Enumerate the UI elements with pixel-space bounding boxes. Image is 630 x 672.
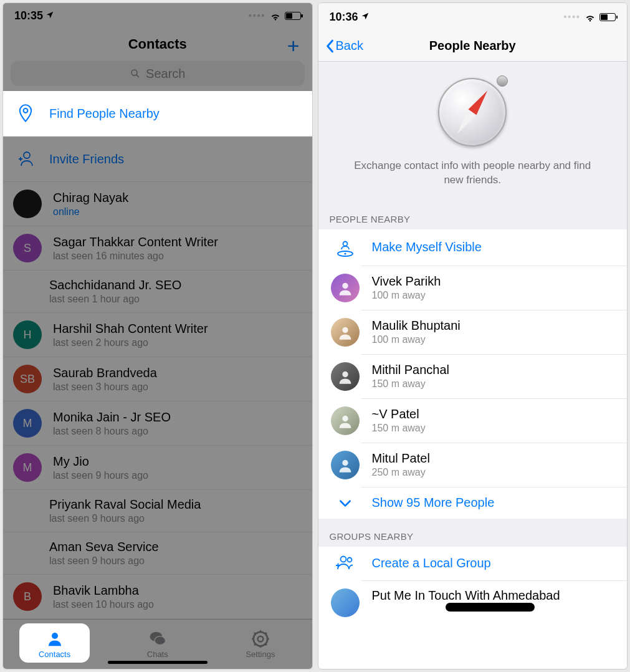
page-title: People Nearby (429, 39, 516, 53)
svg-line-13 (265, 644, 267, 646)
avatar-placeholder (13, 541, 38, 566)
person-name: Maulik Bhuptani (372, 319, 616, 333)
contact-row[interactable]: Chirag Nayak online (3, 182, 312, 226)
contact-row[interactable]: SB Saurab Brandveda last seen 3 hours ag… (3, 357, 312, 401)
contact-name: Bhavik Lambha (53, 583, 302, 598)
person-nearby-row[interactable]: Mitul Patel 250 m away (318, 443, 628, 487)
contact-name: Aman Seva Service (49, 540, 302, 554)
person-nearby-row[interactable]: ~V Patel 150 m away (318, 399, 628, 443)
invite-friends-row[interactable]: Invite Friends (3, 137, 312, 182)
visibility-icon (330, 237, 361, 258)
group-row-partial[interactable]: Put Me In Touch With Ahmedabad (318, 581, 628, 617)
avatar-placeholder (13, 279, 38, 304)
avatar: B (13, 582, 42, 611)
contact-status: last seen 9 hours ago (49, 513, 302, 524)
invite-friends-icon (13, 146, 38, 171)
contact-status: last seen 3 hours ago (53, 382, 302, 393)
contact-name: Priyank Raval Social Media (49, 497, 302, 512)
person-nearby-row[interactable]: Vivek Parikh 100 m away (318, 266, 628, 310)
person-name: Vivek Parikh (372, 274, 616, 289)
search-input[interactable]: Search (11, 61, 305, 87)
svg-point-16 (343, 241, 347, 246)
contact-name: My Jio (53, 454, 302, 469)
battery-icon (285, 12, 301, 20)
person-distance: 100 m away (372, 290, 616, 301)
svg-point-18 (344, 252, 346, 254)
avatar: SB (13, 365, 42, 393)
status-time: 10:36 (330, 11, 358, 24)
settings-icon (251, 630, 270, 648)
contact-status: last seen 10 hours ago (53, 599, 302, 610)
person-name: Mitul Patel (372, 451, 616, 466)
find-people-nearby-row[interactable]: Find People Nearby (3, 91, 312, 137)
search-icon (130, 68, 141, 79)
svg-point-19 (342, 283, 348, 289)
compass-icon (438, 78, 507, 146)
page-title: Contacts (128, 36, 187, 52)
svg-point-23 (342, 460, 348, 466)
contact-status: last seen 2 hours ago (53, 337, 302, 348)
contact-row[interactable]: Aman Seva Service last seen 9 hours ago (3, 532, 312, 575)
nav-bar: Back People Nearby (318, 31, 628, 62)
person-distance: 150 m away (372, 423, 616, 434)
avatar (331, 318, 360, 347)
create-group-label: Create a Local Group (372, 556, 616, 570)
person-nearby-row[interactable]: Mithil Panchal 150 m away (318, 355, 628, 398)
home-indicator[interactable] (108, 661, 208, 664)
contact-name: Chirag Nayak (53, 191, 302, 205)
wifi-icon (270, 11, 281, 20)
add-contact-button[interactable]: + (287, 34, 300, 58)
location-arrow-icon (361, 12, 370, 22)
contact-row[interactable]: S Sagar Thakkar Content Writer last seen… (3, 226, 312, 271)
group-name: Put Me In Touch With Ahmedabad (372, 588, 616, 603)
contacts-icon (45, 630, 64, 648)
contact-row[interactable]: M My Jio last seen 9 hours ago (3, 446, 312, 490)
contact-row[interactable]: B Bhavik Lambha last seen 10 hours ago (3, 575, 312, 619)
more-dots-icon: •••• (563, 12, 581, 22)
avatar: H (13, 320, 42, 349)
contact-name: Saurab Brandveda (53, 366, 302, 380)
person-name: ~V Patel (372, 407, 616, 421)
contact-status: last seen 8 hours ago (53, 426, 302, 437)
create-group-icon (330, 554, 361, 573)
contact-status: last seen 16 minutes ago (53, 251, 302, 262)
svg-line-15 (254, 644, 256, 646)
status-bar: 10:35 •••• (3, 3, 312, 29)
tab-chats-label: Chats (147, 650, 168, 659)
back-button[interactable]: Back (325, 39, 363, 53)
person-nearby-row[interactable]: Maulik Bhuptani 100 m away (318, 310, 628, 354)
create-local-group-row[interactable]: Create a Local Group (318, 547, 628, 580)
search-placeholder: Search (146, 67, 185, 81)
show-more-people-row[interactable]: Show 95 More People (318, 487, 628, 519)
contact-status: last seen 9 hours ago (49, 555, 302, 567)
contact-status: last seen 9 hours ago (53, 470, 302, 481)
tab-contacts[interactable]: Contacts (3, 620, 106, 669)
svg-line-12 (254, 633, 256, 635)
hero-section: Exchange contact info with people nearby… (318, 62, 628, 201)
make-visible-row[interactable]: Make Myself Visible (318, 229, 628, 266)
contact-status: last seen 1 hour ago (49, 294, 302, 305)
person-distance: 100 m away (372, 334, 616, 345)
svg-point-0 (131, 70, 137, 75)
avatar: S (13, 234, 42, 262)
person-distance: 250 m away (372, 467, 616, 478)
chevron-down-icon (330, 495, 361, 511)
avatar (331, 362, 360, 391)
svg-point-21 (342, 372, 348, 377)
svg-point-3 (52, 633, 58, 639)
avatar (331, 406, 360, 435)
invite-friends-label: Invite Friends (49, 152, 302, 166)
avatar (331, 451, 360, 479)
avatar (331, 588, 360, 617)
status-time: 10:35 (14, 9, 43, 22)
contact-row[interactable]: H Harshil Shah Content Writer last seen … (3, 313, 312, 357)
tab-bar: Contacts Chats Settings (3, 619, 312, 669)
chats-icon (148, 630, 167, 648)
contact-row[interactable]: Priyank Raval Social Media last seen 9 h… (3, 490, 312, 532)
contact-row[interactable]: Sachchidanand Jr. SEO last seen 1 hour a… (3, 271, 312, 313)
svg-line-14 (265, 633, 267, 635)
svg-point-2 (24, 152, 30, 158)
svg-line-1 (136, 75, 139, 77)
contact-row[interactable]: M Monika Jain - Jr SEO last seen 8 hours… (3, 401, 312, 446)
tab-settings[interactable]: Settings (209, 620, 312, 669)
